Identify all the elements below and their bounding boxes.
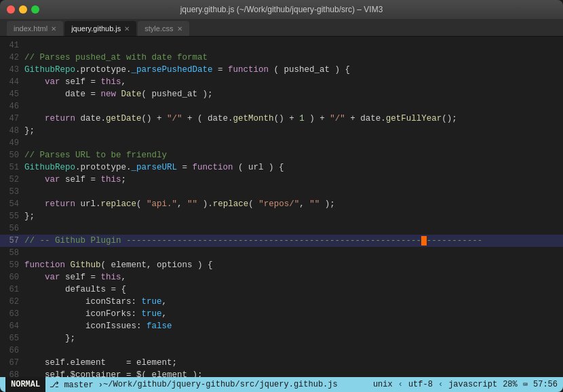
line-number: 54 bbox=[0, 199, 24, 209]
line-number: 45 bbox=[0, 90, 24, 99]
line-content: self.$container = $( element ); bbox=[24, 370, 203, 377]
line-number: 48 bbox=[0, 126, 24, 136]
code-line-48: 48 }; bbox=[0, 125, 563, 137]
line-number: 64 bbox=[0, 321, 24, 331]
code-line-65: 65 }; bbox=[0, 332, 563, 345]
tab-close-icon[interactable]: ✕ bbox=[177, 25, 182, 33]
line-content: self.element = element; bbox=[24, 358, 177, 368]
file-encoding: unix bbox=[373, 380, 393, 389]
line-content: iconStars: true, bbox=[24, 297, 167, 307]
code-line-60: 60 var self = this, bbox=[0, 271, 563, 283]
git-branch: ⎇ master › bbox=[50, 380, 103, 390]
code-line-45: 45 date = new Date( pushed_at ); bbox=[0, 88, 563, 100]
cursor-position: 57:56 bbox=[533, 380, 558, 389]
code-line-41: 41 bbox=[0, 39, 563, 52]
status-bar: NORMAL ⎇ master › ~/Work/github/jquery-g… bbox=[0, 377, 563, 392]
line-number: 63 bbox=[0, 309, 24, 319]
line-number: 57 bbox=[0, 236, 24, 246]
line-number: 68 bbox=[0, 370, 24, 377]
line-content: }; bbox=[24, 126, 35, 136]
line-content: iconForks: true, bbox=[24, 309, 167, 319]
line-content: iconIssues: false bbox=[24, 321, 172, 331]
code-line-52: 52 var self = this; bbox=[0, 174, 563, 186]
maximize-button[interactable] bbox=[31, 5, 39, 14]
code-line-56: 56 bbox=[0, 222, 563, 235]
code-line-59: 59 function Github( element, options ) { bbox=[0, 259, 563, 271]
tab-style-css[interactable]: style.css ✕ bbox=[138, 21, 189, 36]
code-line-51: 51 GithubRepo.prototype._parseURL = func… bbox=[0, 161, 563, 174]
line-content: function Github( element, options ) { bbox=[24, 260, 213, 270]
line-number: 67 bbox=[0, 358, 24, 368]
code-line-55: 55 }; bbox=[0, 210, 563, 222]
code-line-64: 64 iconIssues: false bbox=[0, 320, 563, 332]
tab-close-icon[interactable]: ✕ bbox=[51, 25, 56, 33]
line-content: // Parses URL to be friendly bbox=[24, 151, 167, 160]
code-line-43: 43 GithubRepo.prototype._parsePushedDate… bbox=[0, 64, 563, 76]
status-right: unix ‹ utf-8 ‹ javascript 28% ⌨ 57:56 bbox=[373, 380, 558, 390]
tab-jquery-github-js[interactable]: jquery.github.js ✕ bbox=[64, 21, 136, 36]
line-number: 44 bbox=[0, 77, 24, 87]
line-content: GithubRepo.prototype._parsePushedDate = … bbox=[24, 65, 350, 75]
line-number: 58 bbox=[0, 248, 24, 258]
code-line-53: 53 bbox=[0, 186, 563, 198]
line-number: 65 bbox=[0, 334, 24, 343]
line-number: 52 bbox=[0, 175, 24, 184]
code-line-68: 68 self.$container = $( element ); bbox=[0, 369, 563, 377]
line-content: defaults = { bbox=[24, 285, 126, 294]
close-button[interactable] bbox=[7, 5, 15, 14]
line-content: date = new Date( pushed_at ); bbox=[24, 90, 213, 99]
line-number: 46 bbox=[0, 102, 24, 111]
line-number: 43 bbox=[0, 65, 24, 75]
line-number: 56 bbox=[0, 224, 24, 233]
code-line-44: 44 var self = this, bbox=[0, 76, 563, 88]
line-content: GithubRepo.prototype._parseURL = functio… bbox=[24, 163, 284, 172]
line-content: var self = this, bbox=[24, 273, 126, 282]
code-line-66: 66 bbox=[0, 345, 563, 357]
line-number: 41 bbox=[0, 41, 24, 50]
code-line-61: 61 defaults = { bbox=[0, 283, 563, 296]
line-number: 66 bbox=[0, 346, 24, 355]
cursor-icon: ⌨ bbox=[523, 380, 528, 390]
app-window: jquery.github.js (~⁠/Work/github/jquery-… bbox=[0, 0, 563, 392]
line-number: 55 bbox=[0, 212, 24, 221]
line-number: 59 bbox=[0, 260, 24, 270]
line-number: 42 bbox=[0, 53, 24, 62]
code-scroll-area[interactable]: 41 42 // Parses pushed_at with date form… bbox=[0, 37, 563, 377]
line-content: return date.getDate() + "/" + ( date.get… bbox=[24, 114, 457, 123]
file-type: javascript bbox=[448, 380, 497, 389]
line-content: // -- Github Plugin --------------------… bbox=[24, 236, 482, 246]
code-line-58: 58 bbox=[0, 247, 563, 259]
file-path: ~/Work/github/jquery-github/src/jquery.g… bbox=[103, 380, 338, 389]
sep2: ‹ bbox=[438, 380, 443, 389]
line-number: 50 bbox=[0, 151, 24, 160]
line-number: 47 bbox=[0, 114, 24, 123]
code-line-50: 50 // Parses URL to be friendly bbox=[0, 149, 563, 161]
tab-index-html[interactable]: index.html ✕ bbox=[7, 21, 63, 36]
code-line-67: 67 self.element = element; bbox=[0, 357, 563, 369]
tab-label: jquery.github.js bbox=[71, 24, 121, 33]
sep1: ‹ bbox=[398, 380, 403, 389]
minimize-button[interactable] bbox=[19, 5, 27, 14]
line-number: 49 bbox=[0, 138, 24, 148]
line-content: }; bbox=[24, 334, 75, 343]
file-percent: 28% bbox=[503, 380, 518, 389]
window-title: jquery.github.js (~⁠/Work/github/jquery-… bbox=[180, 5, 383, 14]
file-charset: utf-8 bbox=[408, 380, 433, 389]
title-bar: jquery.github.js (~⁠/Work/github/jquery-… bbox=[0, 0, 563, 19]
tab-label: index.html bbox=[14, 24, 47, 33]
code-line-42: 42 // Parses pushed_at with date format bbox=[0, 52, 563, 64]
code-line-47: 47 return date.getDate() + "/" + ( date.… bbox=[0, 113, 563, 125]
line-number: 60 bbox=[0, 273, 24, 282]
line-number: 61 bbox=[0, 285, 24, 294]
code-line-54: 54 return url.replace( "api.", "" ).repl… bbox=[0, 198, 563, 210]
tab-label: style.css bbox=[144, 24, 173, 33]
traffic-lights[interactable] bbox=[7, 5, 39, 14]
tab-close-icon[interactable]: ✕ bbox=[124, 25, 130, 33]
line-content: var self = this; bbox=[24, 175, 126, 184]
line-content: // Parses pushed_at with date format bbox=[24, 53, 208, 62]
code-line-46: 46 bbox=[0, 100, 563, 113]
vim-mode: NORMAL bbox=[5, 377, 45, 392]
code-line-63: 63 iconForks: true, bbox=[0, 308, 563, 320]
code-line-62: 62 iconStars: true, bbox=[0, 296, 563, 308]
code-editor[interactable]: 41 42 // Parses pushed_at with date form… bbox=[0, 37, 563, 377]
